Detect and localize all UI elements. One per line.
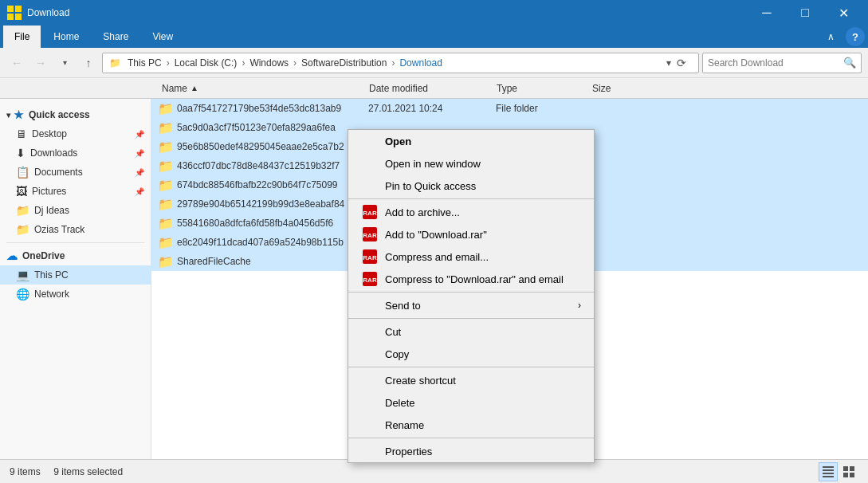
shortcut-icon (361, 371, 379, 389)
app-icon (6, 5, 22, 21)
pin-icon (361, 177, 379, 194)
cut-icon (361, 323, 379, 340)
rename-icon (361, 416, 379, 434)
sidebar-separator-1 (6, 242, 144, 243)
open-window-icon (361, 155, 379, 172)
cm-cut[interactable]: Cut (348, 320, 594, 343)
svg-rect-1 (15, 6, 22, 12)
rar-icon: RAR (361, 270, 379, 288)
submenu-arrow-icon: › (578, 300, 581, 311)
sidebar-item-desktop[interactable]: 🖥 Desktop 📌 (0, 124, 151, 143)
cm-add-archive[interactable]: RAR Add to archive... (348, 201, 594, 223)
sidebar-item-dj-ideas[interactable]: 📁 Dj Ideas (0, 201, 151, 220)
network-icon: 🌐 (16, 288, 29, 300)
tab-home[interactable]: Home (42, 26, 90, 48)
this-pc-icon: 💻 (16, 269, 29, 281)
svg-text:RAR: RAR (363, 232, 377, 239)
cm-send-to[interactable]: Send to › (348, 294, 594, 316)
back-button[interactable]: ← (6, 53, 27, 73)
address-path: 📁 This PC › Local Disk (C:) › Windows › … (109, 57, 660, 69)
col-header-name[interactable]: Name ▲ (155, 78, 363, 98)
table-row[interactable]: 📁 0aa7f541727179be53f4de53dc813ab9 27.01… (151, 99, 868, 118)
cm-sep-4 (348, 367, 594, 367)
svg-rect-3 (15, 14, 22, 20)
open-icon (361, 132, 379, 150)
sort-arrow: ▲ (190, 84, 198, 92)
svg-rect-17 (850, 466, 854, 471)
pin-icon: 📌 (135, 149, 144, 158)
col-header-size[interactable]: Size (586, 78, 650, 98)
ribbon-expand-button[interactable]: ∧ (821, 26, 841, 48)
recent-locations-button[interactable]: ▾ (54, 53, 75, 73)
sidebar-item-documents[interactable]: 📋 Documents 📌 (0, 163, 151, 182)
cm-sep-5 (348, 438, 594, 438)
address-folder-icon: 📁 (109, 57, 121, 69)
cm-sep-3 (348, 318, 594, 319)
folder-icon: 📁 (158, 120, 172, 135)
folder-icon: 📁 (158, 178, 172, 192)
properties-icon (361, 442, 379, 460)
sidebar-quick-access-header[interactable]: ▾ ★ Quick access (0, 105, 151, 124)
pin-icon: 📌 (135, 187, 144, 196)
svg-rect-2 (7, 14, 14, 20)
close-button[interactable]: ✕ (825, 0, 862, 26)
sidebar-item-pictures[interactable]: 🖼 Pictures 📌 (0, 182, 151, 201)
tab-view[interactable]: View (141, 26, 184, 48)
folder-icon: 📁 (158, 235, 172, 249)
svg-rect-19 (850, 473, 854, 477)
sidebar-item-this-pc[interactable]: 💻 This PC (0, 265, 151, 285)
ribbon: File Home Share View ∧ ? (0, 26, 868, 48)
sidebar-onedrive-header[interactable]: ☁ OneDrive (0, 246, 151, 265)
status-text: 9 items 9 items selected (10, 466, 819, 477)
pin-icon: 📌 (135, 130, 144, 139)
cm-compress-rar-email[interactable]: RAR Compress to "Download.rar" and email (348, 268, 594, 290)
search-input[interactable] (708, 57, 843, 69)
address-bar[interactable]: 📁 This PC › Local Disk (C:) › Windows › … (102, 53, 699, 73)
svg-rect-15 (823, 476, 834, 477)
forward-button[interactable]: → (30, 53, 51, 73)
large-icons-view-button[interactable] (839, 462, 858, 481)
refresh-button[interactable]: ⟳ (671, 53, 692, 73)
help-button[interactable]: ? (846, 27, 865, 46)
sidebar-item-ozias-track[interactable]: 📁 Ozias Track (0, 220, 151, 239)
cm-copy[interactable]: Copy (348, 343, 594, 365)
details-view-button[interactable] (819, 462, 838, 481)
svg-rect-13 (823, 469, 834, 471)
window-title: Download (27, 7, 748, 18)
cm-add-rar[interactable]: RAR Add to "Download.rar" (348, 223, 594, 245)
cm-properties[interactable]: Properties (348, 440, 594, 462)
svg-rect-0 (7, 6, 14, 12)
tab-share[interactable]: Share (92, 26, 139, 48)
folder-icon: 📁 (158, 216, 172, 230)
cm-create-shortcut[interactable]: Create shortcut (348, 369, 594, 391)
onedrive-icon: ☁ (6, 249, 18, 262)
cm-sep-1 (348, 198, 594, 199)
sidebar-item-network[interactable]: 🌐 Network (0, 285, 151, 304)
svg-text:RAR: RAR (363, 277, 377, 284)
search-box[interactable]: 🔍 (702, 53, 862, 73)
view-buttons (819, 462, 858, 481)
maximize-button[interactable]: □ (787, 0, 823, 26)
address-bar-area: ← → ▾ ↑ 📁 This PC › Local Disk (C:) › Wi… (0, 48, 868, 78)
search-icon: 🔍 (843, 57, 856, 69)
svg-rect-14 (823, 473, 834, 474)
svg-text:RAR: RAR (363, 210, 377, 217)
cm-sep-2 (348, 292, 594, 293)
up-button[interactable]: ↑ (78, 53, 99, 73)
cm-open[interactable]: Open (348, 130, 594, 152)
folder-icon: 📁 (158, 254, 172, 269)
col-header-date[interactable]: Date modified (363, 78, 490, 98)
delete-icon (361, 394, 379, 411)
window-controls: ─ □ ✕ (748, 0, 862, 26)
col-header-type[interactable]: Type (490, 78, 586, 98)
cm-delete[interactable]: Delete (348, 391, 594, 414)
minimize-button[interactable]: ─ (748, 0, 785, 26)
tab-file[interactable]: File (3, 26, 41, 48)
cm-open-new-window[interactable]: Open in new window (348, 152, 594, 175)
cm-rename[interactable]: Rename (348, 414, 594, 436)
cm-pin-quick-access[interactable]: Pin to Quick access (348, 175, 594, 197)
folder-icon: 📁 (158, 197, 172, 211)
column-headers: Name ▲ Date modified Type Size (0, 78, 868, 99)
cm-compress-email[interactable]: RAR Compress and email... (348, 245, 594, 268)
sidebar-item-downloads[interactable]: ⬇ Downloads 📌 (0, 143, 151, 163)
